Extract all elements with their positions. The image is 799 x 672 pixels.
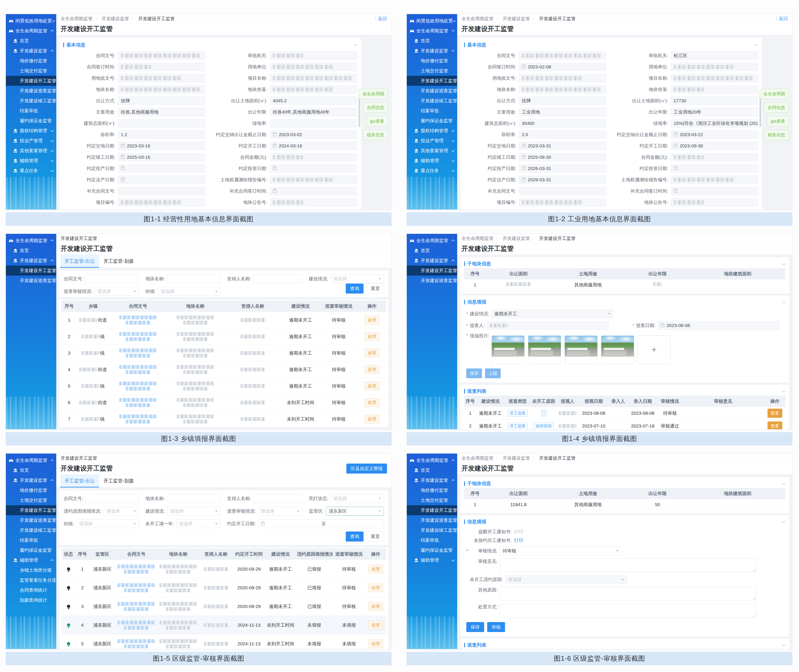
sidebar-item[interactable]: 结案审批 bbox=[6, 106, 56, 116]
field-input[interactable] bbox=[270, 74, 357, 82]
sidebar-item[interactable]: 首页 bbox=[407, 246, 457, 256]
filter-control[interactable]: 请选择 bbox=[167, 507, 221, 515]
sidebar-item[interactable]: 首页 bbox=[6, 465, 56, 475]
sidebar-item[interactable]: 土地交付监管 bbox=[407, 66, 457, 76]
field-input[interactable]: 2025-03-16 bbox=[118, 153, 205, 161]
sidebar-item[interactable]: 投达产管理 bbox=[407, 136, 457, 146]
field-input[interactable]: 2023-03-22 bbox=[671, 131, 758, 139]
sidebar-item[interactable]: 地价缴付监管 bbox=[6, 485, 56, 495]
filter-control[interactable]: 请选择 bbox=[158, 287, 221, 296]
filter-control[interactable]: 浦东新区 bbox=[326, 507, 384, 515]
breadcrumb-item[interactable]: 开发建设监管 bbox=[494, 235, 530, 242]
field-input[interactable]: 2029-03-31 bbox=[519, 176, 606, 184]
sidebar-item[interactable]: 股权结构管理 bbox=[6, 126, 56, 136]
sidebar-item[interactable]: 首页 bbox=[6, 246, 56, 256]
search-button[interactable]: 查询 bbox=[346, 531, 364, 541]
field-input[interactable]: 工业用地 bbox=[519, 108, 606, 116]
sidebar-item[interactable]: 全生命周期监管 bbox=[407, 26, 457, 36]
filter-control[interactable] bbox=[85, 274, 139, 283]
sidebar-item[interactable]: 其他要素管理 bbox=[407, 146, 457, 156]
breadcrumb-item[interactable]: 开发建设开工监管 bbox=[530, 455, 576, 461]
field-input[interactable]: 2025-09-30 bbox=[519, 153, 606, 161]
field-input[interactable] bbox=[270, 51, 357, 60]
handle-button[interactable]: 处理 bbox=[365, 332, 379, 341]
sidebar-item[interactable]: 开发建设监管 bbox=[407, 475, 457, 485]
sidebar-item[interactable]: 划拨查询统计 bbox=[6, 595, 56, 605]
sidebar-item[interactable]: 结案审批 bbox=[6, 535, 56, 545]
sidebar-item[interactable]: 首页 bbox=[6, 36, 56, 46]
quick-link-button[interactable]: gis查看 bbox=[366, 116, 388, 126]
handle-button[interactable]: 处理 bbox=[365, 316, 379, 325]
sidebar-item[interactable]: 辅助管理 bbox=[6, 555, 56, 565]
field-input[interactable] bbox=[118, 176, 205, 184]
view-button[interactable]: 查看 bbox=[767, 421, 782, 429]
quick-link-button[interactable]: 税务信息 bbox=[363, 130, 388, 140]
sidebar-item[interactable]: 开发建设巡查监管-审核 bbox=[6, 86, 56, 96]
redacted-link[interactable] bbox=[119, 349, 157, 352]
sidebar-item[interactable]: 闲置低效用地处置 bbox=[407, 16, 457, 26]
quick-link-button[interactable]: 全生命周期 bbox=[760, 89, 789, 99]
sidebar-item[interactable]: 全生命周期监管 bbox=[6, 235, 56, 246]
redacted-link[interactable] bbox=[126, 403, 150, 407]
breadcrumb-item[interactable]: 开发建设开工监管 bbox=[61, 455, 97, 461]
field-input[interactable] bbox=[118, 198, 205, 206]
breadcrumb-item[interactable]: 开发建设开工监管 bbox=[61, 235, 97, 242]
back-link[interactable]: 〈返回 bbox=[773, 16, 788, 22]
search-button[interactable]: 查询 bbox=[346, 283, 364, 294]
field-input[interactable] bbox=[118, 85, 205, 94]
reset-button[interactable]: 重置 bbox=[367, 283, 384, 294]
field-input[interactable]: 2023-02-08 bbox=[519, 63, 606, 71]
field-input[interactable] bbox=[118, 164, 205, 173]
redacted-link[interactable] bbox=[117, 639, 155, 643]
redacted-link[interactable] bbox=[117, 583, 155, 587]
save-button[interactable]: 保存 bbox=[466, 368, 482, 378]
field-input[interactable] bbox=[519, 187, 606, 195]
redacted-link[interactable] bbox=[124, 570, 148, 574]
sidebar-item[interactable]: 开发建设巡查监管-审核 bbox=[407, 515, 457, 525]
filter-control[interactable] bbox=[85, 494, 139, 503]
field-input[interactable] bbox=[118, 119, 205, 128]
field-input[interactable]: 2023-03-31 bbox=[519, 142, 606, 150]
quick-link-button[interactable]: 合同信息 bbox=[363, 102, 388, 113]
sidebar-item[interactable]: 开发建设竣工监管-审核 bbox=[6, 525, 56, 535]
field-input[interactable]: 街巷,其他商服用地 bbox=[118, 108, 205, 116]
field-input[interactable] bbox=[118, 187, 205, 195]
custom-alert-button[interactable]: 区县自定义警报 bbox=[347, 464, 387, 474]
filter-control[interactable]: 请选择 bbox=[104, 507, 139, 515]
field-input[interactable]: 工业用地20年 bbox=[671, 108, 758, 116]
sidebar-item[interactable]: 重点任务 bbox=[6, 166, 56, 176]
back-link[interactable]: 〈返回 bbox=[372, 16, 387, 22]
field-input[interactable]: 35460 bbox=[519, 119, 606, 128]
field-input[interactable] bbox=[270, 63, 357, 71]
collapse-icon[interactable] bbox=[354, 43, 357, 46]
sidebar-item[interactable]: 开发建设开工监管-审核 bbox=[6, 505, 56, 515]
sidebar-item[interactable]: 履约保证金监管 bbox=[407, 545, 457, 555]
redacted-link[interactable] bbox=[119, 398, 157, 402]
collapse-icon[interactable] bbox=[755, 43, 758, 46]
redacted-link[interactable] bbox=[126, 321, 150, 325]
field-input[interactable] bbox=[118, 51, 205, 60]
view-button[interactable]: 查看 bbox=[767, 409, 782, 418]
redacted-link[interactable] bbox=[126, 420, 150, 424]
inspector-input[interactable] bbox=[487, 321, 609, 330]
handle-button[interactable]: 处理 bbox=[368, 602, 383, 611]
handle-button[interactable]: 处理 bbox=[368, 583, 383, 592]
field-input[interactable] bbox=[118, 63, 205, 71]
field-input[interactable] bbox=[519, 51, 606, 60]
field-input[interactable] bbox=[671, 63, 758, 71]
field-input[interactable] bbox=[519, 198, 606, 206]
tab[interactable]: 开工监管-出让 bbox=[60, 474, 99, 488]
inspect-date-input[interactable]: 2023-08-08 bbox=[658, 321, 780, 330]
sidebar-item[interactable]: 辅助管理 bbox=[407, 156, 457, 166]
sidebar-item[interactable]: 辅助管理 bbox=[407, 555, 457, 565]
redacted-link[interactable] bbox=[126, 354, 150, 358]
sidebar-item[interactable]: 股权结构管理 bbox=[407, 126, 457, 136]
field-input[interactable] bbox=[671, 176, 758, 184]
field-input[interactable]: 2023-03-16 bbox=[118, 142, 205, 150]
field-input[interactable] bbox=[671, 153, 758, 161]
handle-button[interactable]: 处理 bbox=[365, 398, 379, 407]
filter-control[interactable] bbox=[167, 494, 221, 503]
collapse-icon[interactable] bbox=[782, 262, 785, 265]
sidebar-item[interactable]: 闲置低效用地处置 bbox=[6, 16, 56, 26]
field-input[interactable] bbox=[671, 74, 758, 82]
